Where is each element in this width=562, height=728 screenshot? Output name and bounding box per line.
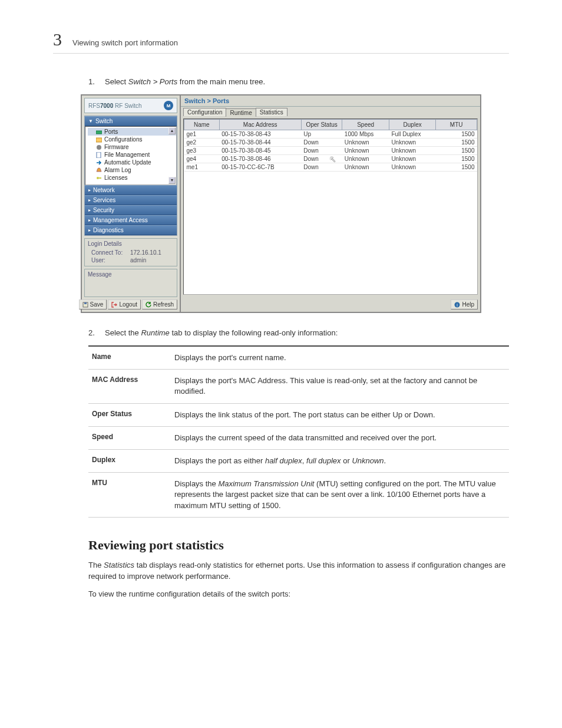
file-icon <box>96 152 102 158</box>
cell: Up <box>301 130 342 139</box>
cell: Unknown <box>342 147 389 155</box>
scroll-down-icon[interactable]: ▾ <box>168 177 176 184</box>
table-row[interactable]: ge400-15-70-38-08-46DownUnknownUnknown15… <box>184 155 477 163</box>
col-name[interactable]: Name <box>184 120 220 130</box>
chevron-right-icon: ▸ <box>88 197 91 203</box>
logout-icon <box>111 302 117 308</box>
cell: 1500 <box>436 163 477 172</box>
help-button[interactable]: i Help <box>451 299 478 309</box>
svg-point-4 <box>97 177 99 179</box>
chapter-title: Viewing switch port information <box>72 38 178 47</box>
cell: 1500 <box>436 155 477 163</box>
col-status[interactable]: Oper Status <box>301 120 342 130</box>
definition-term: Speed <box>88 426 171 449</box>
refresh-button[interactable]: Refresh <box>142 299 177 309</box>
gear-icon <box>96 144 102 150</box>
save-button[interactable]: Save <box>79 299 107 309</box>
cell: ge2 <box>184 139 220 147</box>
chevron-right-icon: ▸ <box>88 187 91 193</box>
definition-desc: Displays the Maximum Transmission Unit (… <box>171 473 509 518</box>
definition-row: MAC AddressDisplays the port's MAC Addre… <box>88 370 509 403</box>
definition-desc: Displays the link status of the port. Th… <box>171 403 509 426</box>
tree-item-ports[interactable]: Ports <box>88 128 176 136</box>
cell: Down <box>301 139 342 147</box>
chevron-right-icon: ▸ <box>88 218 91 223</box>
definition-row: Oper StatusDisplays the link status of t… <box>88 403 509 426</box>
nav-section-network[interactable]: ▸Network <box>85 185 177 195</box>
login-details: Login Details Connect To: 172.16.10.1 Us… <box>84 238 177 266</box>
bell-icon <box>96 167 102 173</box>
tree-item-configurations[interactable]: Configurations <box>88 136 176 143</box>
definition-term: Oper Status <box>88 403 171 426</box>
definition-desc: Displays the port as either half duplex,… <box>171 449 509 472</box>
ports-icon <box>96 129 102 135</box>
section-paragraph-1: The Statistics tab displays read-only st… <box>88 560 509 582</box>
ports-grid: Name Mac Address Oper Status Speed Duple… <box>184 119 477 172</box>
chapter-number: 3 <box>53 29 62 50</box>
table-row[interactable]: ge100-15-70-38-08-43Up1000 MbpsFull Dupl… <box>184 130 477 139</box>
svg-point-2 <box>97 145 101 150</box>
tree-item-alarm-log[interactable]: Alarm Log <box>88 166 176 174</box>
brand-logo-icon: M <box>164 101 173 110</box>
app-window: RFS7000 RF Switch M ▼ Switch ▴ Ports <box>81 94 481 313</box>
section-heading: Reviewing port statistics <box>88 538 509 553</box>
definition-row: NameDisplays the port's current name. <box>88 346 509 370</box>
cell: Unknown <box>389 147 436 155</box>
cell: 00-15-70-38-08-46 <box>219 155 301 163</box>
tab-configuration[interactable]: Configuration <box>183 108 226 116</box>
cell: Unknown <box>389 139 436 147</box>
nav-section-management-access[interactable]: ▸Management Access <box>85 215 177 225</box>
cell: ge1 <box>184 130 220 139</box>
nav-section-switch[interactable]: ▼ Switch <box>85 116 177 126</box>
tree-item-firmware[interactable]: Firmware <box>88 143 176 151</box>
cell: Unknown <box>389 155 436 163</box>
cell: 00-15-70-CC-6C-7B <box>219 163 301 172</box>
tree-item-file-management[interactable]: File Management <box>88 151 176 159</box>
definition-table: NameDisplays the port's current name.MAC… <box>88 345 509 518</box>
definition-row: SpeedDisplays the current speed of the d… <box>88 426 509 449</box>
nav-section-services[interactable]: ▸Services <box>85 195 177 205</box>
cell: ge3 <box>184 147 220 155</box>
sidebar: RFS7000 RF Switch M ▼ Switch ▴ Ports <box>82 95 181 312</box>
svg-rect-3 <box>97 152 101 158</box>
grid-header-row: Name Mac Address Oper Status Speed Duple… <box>184 120 477 130</box>
nav-section-diagnostics[interactable]: ▸Diagnostics <box>85 225 177 235</box>
tree-item-licenses[interactable]: Licenses <box>88 174 176 182</box>
col-mac[interactable]: Mac Address <box>219 120 301 130</box>
cell: 00-15-70-38-08-45 <box>219 147 301 155</box>
tab-statistics[interactable]: Statistics <box>256 108 287 116</box>
cell: 1500 <box>436 147 477 155</box>
login-heading: Login Details <box>88 241 174 247</box>
logout-button[interactable]: Logout <box>108 299 141 309</box>
help-icon: i <box>454 302 460 308</box>
cell: 1500 <box>436 130 477 139</box>
nav-tree: ▼ Switch ▴ Ports Config <box>84 116 177 236</box>
key-icon <box>96 175 102 181</box>
col-duplex[interactable]: Duplex <box>389 120 436 130</box>
nav-section-security[interactable]: ▸Security <box>85 205 177 215</box>
svg-rect-7 <box>84 302 87 304</box>
step-1-text: Select Switch > Ports from the main menu… <box>105 77 509 86</box>
brand-text: RFS7000 RF Switch <box>88 103 142 109</box>
page-header: 3 Viewing switch port information <box>53 29 509 54</box>
step-1-number: 1. <box>88 77 98 86</box>
step-2-text: Select the Runtime tab to display the fo… <box>105 328 509 337</box>
ports-grid-wrap: Name Mac Address Oper Status Speed Duple… <box>183 118 478 295</box>
tree-item-automatic-update[interactable]: Automatic Update <box>88 159 176 166</box>
definition-term: MTU <box>88 473 171 518</box>
table-row[interactable]: me100-15-70-CC-6C-7BDownUnknownUnknown15… <box>184 163 477 172</box>
tab-runtime[interactable]: Runtime <box>226 108 256 117</box>
svg-rect-0 <box>96 131 102 134</box>
col-mtu[interactable]: MTU <box>436 120 477 130</box>
table-row[interactable]: ge300-15-70-38-08-45DownUnknownUnknown15… <box>184 147 477 155</box>
definition-desc: Displays the current speed of the data t… <box>171 426 509 449</box>
scroll-up-icon[interactable]: ▴ <box>168 127 176 134</box>
cell: 1500 <box>436 139 477 147</box>
table-row[interactable]: ge200-15-70-38-08-44DownUnknownUnknown15… <box>184 139 477 147</box>
definition-desc: Displays the port's current name. <box>171 346 509 370</box>
definition-desc: Displays the port's MAC Address. This va… <box>171 370 509 403</box>
cell: ge4 <box>184 155 220 163</box>
chevron-right-icon: ▸ <box>88 228 91 233</box>
col-speed[interactable]: Speed <box>342 120 389 130</box>
cell: Unknown <box>342 139 389 147</box>
